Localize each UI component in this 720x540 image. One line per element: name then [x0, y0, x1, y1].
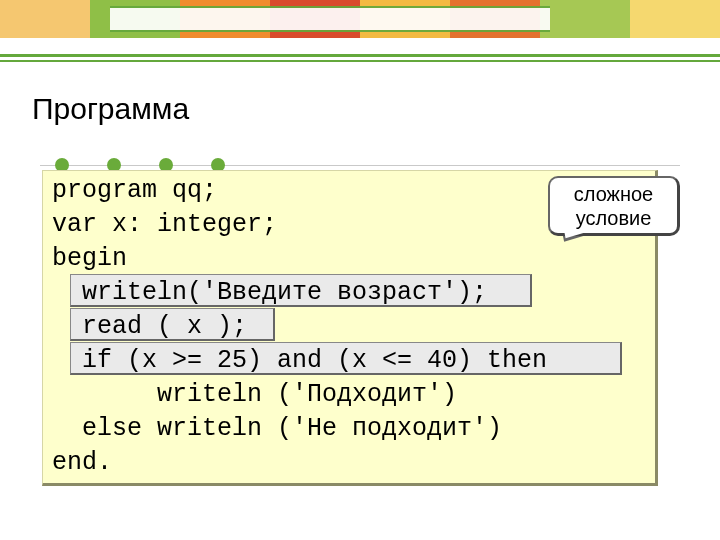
- code-line: writeln('Введите возраст');: [52, 278, 487, 307]
- code-line: begin: [52, 244, 127, 273]
- slide-title: Программа: [32, 92, 189, 126]
- code-line: writeln ('Подходит'): [52, 380, 457, 409]
- code-line: program qq;: [52, 176, 217, 205]
- decorative-rule: [0, 54, 720, 57]
- code-line: var x: integer;: [52, 210, 277, 239]
- code-line: read ( x );: [52, 312, 247, 341]
- decorative-white-strip: [110, 6, 550, 32]
- code-line: end.: [52, 448, 112, 477]
- callout-line2: условие: [576, 206, 652, 230]
- callout-line1: сложное: [574, 182, 653, 206]
- code-line: else writeln ('Не подходит'): [52, 414, 502, 443]
- code-line: if (x >= 25) and (x <= 40) then: [52, 346, 547, 375]
- code-text: program qq; var x: integer; begin writel…: [52, 174, 547, 480]
- decorative-rule: [0, 60, 720, 62]
